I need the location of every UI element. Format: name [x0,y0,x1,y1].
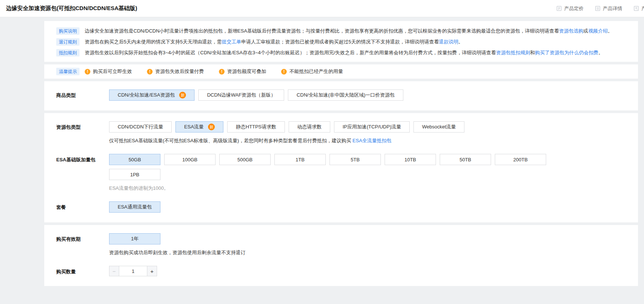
deduction-rules-link[interactable]: 资源包抵扣规则 [496,50,530,55]
product-doc-label: 产 [641,5,644,12]
esa-full-traffic-pack-link[interactable]: ESA全流量抵扣包 [352,138,391,143]
pack-type-option-dynamic-requests[interactable]: 动态请求数 [289,121,330,133]
option-label: IP应用加速(TCP/UDP)流量 [343,124,401,130]
notice-text: 资源包在购买之后5天内未使用的情况下支持5天无理由退款，需提交工单申请人工审核退… [85,38,626,46]
new-badge: 新 [179,92,186,98]
option-label: 1PB [130,172,139,177]
product-type-option-overseas-flat-price-pack[interactable]: CDN/全站加速(非中国大陆区域)一口价资源包 [288,89,403,101]
size-option-10tb[interactable]: 10TB [385,154,436,165]
submit-ticket-link[interactable]: 提交工单 [222,39,241,45]
notice-segment: 边缘安全加速资源包是CDN/DCDN小时流量计费项推出的抵扣包，新增ESA基础版… [85,28,559,34]
product-type-panel: 商品类型 CDN/全站加速/ESA资源包 新 DCDN边缘WAF资源包（新版） … [44,81,638,110]
plan-row: 套餐 ESA通用流量包 [56,201,626,213]
product-type-label: 商品类型 [56,89,109,99]
resource-pack-selection-link[interactable]: 资源包选购 [559,28,583,34]
size-option-5tb[interactable]: 5TB [329,154,381,165]
video-intro-link[interactable]: 视频介绍 [588,28,608,34]
tip-text: 购买后可立即生效 [93,68,132,75]
notice-segment: 和 [530,50,535,55]
notice-text: 资源包生效以后到实际开始抵扣会有3~4小时的延迟（CDN/全站加速/ESA存在3… [85,49,626,57]
size-option-50tb[interactable]: 50TB [440,154,491,165]
size-row: ESA基础版加量包 50GB 100GB 500GB 1TB 5TB 10TB … [56,154,626,192]
size-option-50gb[interactable]: 50GB [109,154,160,165]
size-options: 50GB 100GB 500GB 1TB 5TB 10TB 50TB 200TB… [109,154,551,180]
notice-text: 边缘安全加速资源包是CDN/DCDN小时流量计费项推出的抵扣包，新增ESA基础版… [85,27,626,35]
quantity-row: 购买数量 − + [56,266,626,276]
pack-type-option-ip-app-acceleration[interactable]: IP应用加速(TCP/UDP)流量 [334,121,410,133]
notice-segment: 申请人工审核退款；资源包已被使用或者购买超过5天的情况下不支持退款，详细说明请查… [241,39,439,45]
product-doc-link[interactable]: 产 [634,5,644,12]
note-segment: 仅可抵扣ESA基础版流量(不可抵扣ESA标准版、高级版流量)，若您同时有多种类型… [109,138,352,143]
size-option-100gb[interactable]: 100GB [164,154,216,165]
notice-segment: 。 [598,50,603,55]
product-type-option-cdn-esa-pack[interactable]: CDN/全站加速/ESA资源包 新 [109,89,195,101]
notice-row-refund: 退订规则 资源包在购买之后5天内未使用的情况下支持5天无理由退款，需提交工单申请… [56,38,626,46]
product-details-link[interactable]: 产品详情 [595,5,622,12]
purchase-notices-panel: 购买说明 边缘安全加速资源包是CDN/DCDN小时流量计费项推出的抵扣包，新增E… [44,21,638,62]
product-pricing-link[interactable]: 产品定价 [556,5,584,12]
size-option-200tb[interactable]: 200TB [495,154,546,165]
warning-icon: ! [85,69,90,75]
why-still-charged-link[interactable]: 购买了资源包为什么仍会扣费 [535,50,598,55]
pack-type-note: 仅可抵扣ESA基础版流量(不可抵扣ESA标准版、高级版流量)，若您同时有多种类型… [109,137,626,144]
product-type-row: 商品类型 CDN/全站加速/ESA资源包 新 DCDN边缘WAF资源包（新版） … [56,89,626,101]
option-label: 静态HTTPS请求数 [236,124,276,130]
option-label: 动态请求数 [297,124,322,130]
main-content: 购买说明 边缘安全加速资源包是CDN/DCDN小时流量计费项推出的抵扣包，新增E… [0,17,644,286]
option-label: ESA流量 [184,124,204,130]
header-actions: 产品定价 产品详情 产 [556,5,644,12]
option-label: 500GB [237,157,252,162]
product-pricing-label: 产品定价 [564,5,584,12]
validity-options: 1年 [109,233,626,244]
refund-instructions-link[interactable]: 退款说明 [439,39,458,45]
product-type-option-dcdn-waf-pack[interactable]: DCDN边缘WAF资源包（新版） [198,89,284,101]
validity-option-1-year[interactable]: 1年 [109,233,160,244]
validity-label: 购买有效期 [56,233,109,243]
option-label: 50GB [129,157,141,162]
pack-type-option-websocket-traffic[interactable]: Websocket流量 [413,121,464,133]
option-label: 1TB [296,157,305,162]
quantity-decrease-button[interactable]: − [109,266,119,276]
option-label: 5TB [351,157,360,162]
pack-type-row: 资源包类型 CDN/DCDN下行流量 ESA流量 新 静态HTTPS请求数 动态… [56,121,626,144]
quantity-label: 购买数量 [56,266,109,275]
warning-icon: ! [281,69,287,75]
new-badge: 新 [208,124,215,130]
quantity-stepper: − + [109,266,157,276]
option-label: Websocket流量 [422,124,456,130]
quantity-increase-button[interactable]: + [147,266,157,276]
notice-badge: 抵扣规则 [56,49,79,57]
notice-segment: 资源包生效以后到实际开始抵扣会有3~4小时的延迟（CDN/全站加速/ESA存在3… [85,50,496,55]
size-option-1tb[interactable]: 1TB [274,154,326,165]
validity-note: 资源包购买成功后即刻生效，资源包使用后剩余流量不支持退订 [109,249,626,256]
option-label: CDN/全站加速(非中国大陆区域)一口价资源包 [297,92,394,98]
notice-segment: 。 [608,28,613,34]
notice-badge: 退订规则 [56,38,79,46]
plan-options: ESA通用流量包 [109,201,626,213]
tips-badge: 温馨提示 [56,68,79,75]
size-note: ESA流量包的进制为1000。 [109,185,626,192]
details-list-icon [595,6,601,11]
notice-badge: 购买说明 [56,27,79,35]
quantity-input[interactable] [119,266,147,276]
option-label: 50TB [460,157,471,162]
size-option-1pb[interactable]: 1PB [109,169,160,180]
tip-text: 资源包额度可叠加 [227,68,266,75]
pack-type-option-static-https-requests[interactable]: 静态HTTPS请求数 [227,121,285,133]
option-label: DCDN边缘WAF资源包（新版） [207,92,276,98]
notice-segment: 或 [583,28,588,34]
size-option-500gb[interactable]: 500GB [219,154,271,165]
tip-item: ! 购买后可立即生效 [85,68,132,75]
pack-type-option-esa-traffic[interactable]: ESA流量 新 [175,121,223,133]
tip-item: ! 资源包额度可叠加 [219,68,266,75]
notice-row-purchase: 购买说明 边缘安全加速资源包是CDN/DCDN小时流量计费项推出的抵扣包，新增E… [56,27,626,35]
tip-text: 不能抵扣已经产生的用量 [289,68,343,75]
pack-type-options: CDN/DCDN下行流量 ESA流量 新 静态HTTPS请求数 动态请求数 IP… [109,121,626,133]
tip-item: ! 资源包失效后按量付费 [147,68,204,75]
page-header: 边缘安全加速资源包(可抵扣CDN/DCDN/ESA基础版) 产品定价 产品详情 … [0,0,644,17]
option-label: 100GB [182,157,197,162]
option-label: 10TB [404,157,416,162]
pack-type-option-cdn-dcdn-traffic[interactable]: CDN/DCDN下行流量 [109,121,172,133]
pack-type-label: 资源包类型 [56,121,109,131]
plan-option-esa-general-traffic-pack[interactable]: ESA通用流量包 [109,201,160,213]
